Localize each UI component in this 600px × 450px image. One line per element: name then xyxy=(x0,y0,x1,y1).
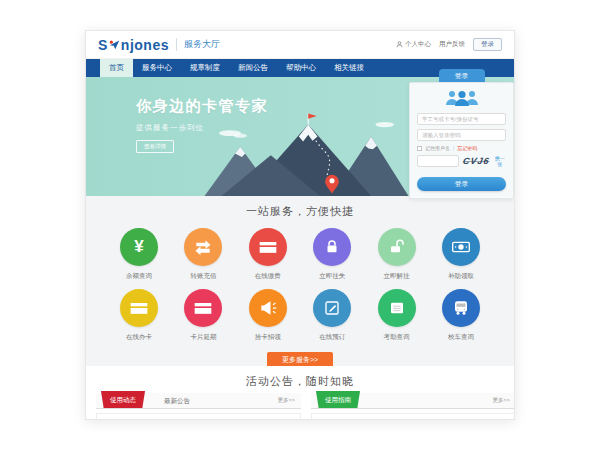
services-title: 一站服务，方便快捷 xyxy=(86,196,514,219)
header-links: 个人中心 用户反馈 登录 xyxy=(396,38,502,51)
brand-logo[interactable]: S njones xyxy=(98,37,169,53)
hero-banner: 你身边的卡管专家 提供服务一步到位 查看详情 登录 xyxy=(86,77,514,196)
personal-center-link[interactable]: 个人中心 xyxy=(396,40,431,49)
service-pay[interactable]: 在线缴费 xyxy=(241,228,295,281)
announcements-left-tabbar: 使用动态 最新公告 更多>> xyxy=(96,393,301,409)
service-school-bus[interactable]: 校车查询 xyxy=(434,289,488,342)
captcha-input[interactable] xyxy=(417,155,459,167)
yuan-icon: ¥ xyxy=(134,237,143,257)
remember-label: 记住用户名 xyxy=(425,145,450,151)
login-submit-button[interactable]: 登录 xyxy=(417,177,506,191)
edit-icon xyxy=(323,299,341,317)
login-form: 记住用户名 | 忘记密码 CVJ6 换一张 登录 xyxy=(409,82,514,199)
transfer-arrows-icon xyxy=(193,237,213,257)
captcha-refresh-link[interactable]: 换一张 xyxy=(494,155,506,167)
lock-closed-icon xyxy=(323,238,341,256)
logo-text-prefix: S xyxy=(98,37,108,53)
left-more-link[interactable]: 更多>> xyxy=(278,393,295,408)
megaphone-icon xyxy=(258,298,278,318)
nav-item-links[interactable]: 相关链接 xyxy=(325,59,373,77)
captcha-image[interactable]: CVJ6 xyxy=(462,156,490,166)
banknote-icon xyxy=(451,237,471,257)
remember-checkbox[interactable] xyxy=(417,146,422,151)
account-input[interactable] xyxy=(417,113,506,125)
nav-item-rules[interactable]: 规章制度 xyxy=(181,59,229,77)
remember-row: 记住用户名 | 忘记密码 xyxy=(417,145,506,151)
lock-open-icon xyxy=(388,238,406,256)
right-more-link[interactable]: 更多>> xyxy=(493,393,510,408)
logo-text-suffix: njones xyxy=(121,37,169,53)
services-row-1: ¥ 余额查询 转账充值 在线缴费 xyxy=(86,228,514,281)
header: S njones 服务大厅 个人中心 用户反馈 登录 xyxy=(86,31,514,59)
bus-icon xyxy=(452,299,470,317)
tab-user-guide[interactable]: 使用指南 xyxy=(316,391,360,408)
services-row-2: 在线办卡 卡片延期 拾卡招领 xyxy=(86,289,514,342)
service-cancel-loss[interactable]: 立即解挂 xyxy=(370,228,424,281)
credit-card-icon xyxy=(258,237,278,257)
captcha-row: CVJ6 换一张 xyxy=(417,155,506,167)
password-input[interactable] xyxy=(417,129,506,141)
left-panel-content xyxy=(96,413,301,420)
announcements-title: 活动公告，随时知晓 xyxy=(86,366,514,389)
card-icon xyxy=(129,298,149,318)
services-section: 一站服务，方便快捷 ¥ 余额查询 转账充值 xyxy=(86,196,514,366)
service-attendance[interactable]: 考勤查询 xyxy=(370,289,424,342)
portal-page: S njones 服务大厅 个人中心 用户反馈 登录 xyxy=(85,30,515,420)
tab-usage-news[interactable]: 使用动态 xyxy=(101,391,145,408)
hero-cta-button[interactable]: 查看详情 xyxy=(136,140,174,153)
attendance-icon xyxy=(388,299,406,317)
announcements-right-tabbar: 使用指南 更多>> xyxy=(311,393,515,409)
service-balance[interactable]: ¥ 余额查询 xyxy=(112,228,166,281)
hero-title: 你身边的卡管专家 xyxy=(136,97,268,116)
users-icon xyxy=(442,89,482,106)
login-panel: 登录 记住用户名 | 忘记密码 CVJ6 换一张 xyxy=(409,69,514,199)
forgot-password-link[interactable]: 忘记密码 xyxy=(457,145,477,151)
service-lost-found[interactable]: 拾卡招领 xyxy=(241,289,295,342)
service-report-loss[interactable]: 立即挂失 xyxy=(305,228,359,281)
service-subsidy[interactable]: 补助领取 xyxy=(434,228,488,281)
nav-item-home[interactable]: 首页 xyxy=(100,59,133,77)
right-panel-content xyxy=(311,413,515,420)
portal-name: 服务大厅 xyxy=(176,38,220,51)
nav-item-help[interactable]: 帮助中心 xyxy=(277,59,325,77)
user-icon xyxy=(396,41,403,48)
card-icon xyxy=(193,298,213,318)
logo-plane-icon xyxy=(109,37,120,53)
tab-latest-announcements[interactable]: 最新公告 xyxy=(164,393,190,408)
service-apply-card[interactable]: 在线办卡 xyxy=(112,289,166,342)
nav-item-service-center[interactable]: 服务中心 xyxy=(133,59,181,77)
service-booking[interactable]: 在线预订 xyxy=(305,289,359,342)
hero-subtitle: 提供服务一步到位 xyxy=(136,123,268,133)
hero-copy: 你身边的卡管专家 提供服务一步到位 查看详情 xyxy=(136,97,268,153)
announcements-section: 活动公告，随时知晓 使用动态 最新公告 更多>> 使用指南 更多>> xyxy=(86,366,514,420)
service-transfer[interactable]: 转账充值 xyxy=(176,228,230,281)
service-card-extension[interactable]: 卡片延期 xyxy=(176,289,230,342)
header-login-button[interactable]: 登录 xyxy=(473,38,502,51)
nav-item-news[interactable]: 新闻公告 xyxy=(229,59,277,77)
login-tab[interactable]: 登录 xyxy=(439,69,485,82)
feedback-link[interactable]: 用户反馈 xyxy=(439,40,465,49)
